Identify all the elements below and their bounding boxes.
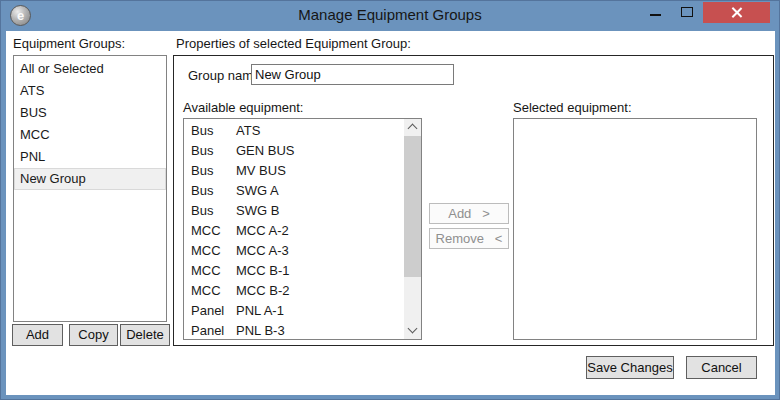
list-item[interactable]: MCC (14, 124, 166, 146)
list-item[interactable]: Panel PNL A-1 (184, 301, 404, 321)
remove-equipment-button[interactable]: Remove < (429, 228, 509, 249)
list-item[interactable]: Bus ATS (184, 121, 404, 141)
selected-equipment-label: Selected equipment: (513, 100, 632, 115)
list-item[interactable]: MCC MCC A-3 (184, 241, 404, 261)
title-bar[interactable]: e Manage Equipment Groups (1, 1, 779, 31)
equipment-name: ATS (236, 121, 404, 141)
minimize-icon (650, 14, 661, 16)
equipment-type: MCC (184, 221, 236, 241)
list-item[interactable]: BUS (14, 102, 166, 124)
available-equipment-rows: Bus ATS Bus GEN BUS Bus MV BUS Bus SWG A… (184, 121, 404, 340)
equipment-name: PNL B-3 (236, 321, 404, 340)
equipment-name: GEN BUS (236, 141, 404, 161)
equipment-type: Bus (184, 161, 236, 181)
dialog-window: e Manage Equipment Groups Equipment Grou… (0, 0, 780, 400)
equipment-name: MCC A-2 (236, 221, 404, 241)
list-item[interactable]: All or Selected (14, 58, 166, 80)
available-equipment-label: Available equipment: (183, 100, 303, 115)
equipment-type: MCC (184, 261, 236, 281)
equipment-type: Panel (184, 301, 236, 321)
equipment-type: MCC (184, 281, 236, 301)
delete-group-button[interactable]: Delete (120, 324, 170, 346)
list-item[interactable]: PNL (14, 146, 166, 168)
list-item[interactable]: MCC MCC B-2 (184, 281, 404, 301)
add-group-button[interactable]: Add (12, 324, 63, 346)
copy-group-button[interactable]: Copy (69, 324, 118, 346)
cancel-button[interactable]: Cancel (686, 356, 757, 379)
window-controls (639, 2, 770, 23)
close-icon (730, 6, 743, 19)
properties-label: Properties of selected Equipment Group: (176, 36, 411, 51)
equipment-name: MCC B-2 (236, 281, 404, 301)
equipment-name: MV BUS (236, 161, 404, 181)
list-item[interactable]: MCC MCC B-1 (184, 261, 404, 281)
equipment-groups-listbox[interactable]: All or Selected ATS BUS MCC PNL New Grou… (13, 55, 167, 322)
equipment-groups-label: Equipment Groups: (13, 36, 125, 51)
scroll-down-button[interactable] (404, 322, 421, 339)
scroll-up-button[interactable] (404, 119, 421, 136)
minimize-button[interactable] (639, 2, 671, 23)
scrollbar-thumb[interactable] (404, 136, 421, 277)
list-item[interactable]: Bus SWG B (184, 201, 404, 221)
equipment-type: Bus (184, 121, 236, 141)
equipment-type: Bus (184, 201, 236, 221)
selected-equipment-listbox[interactable] (513, 118, 757, 340)
list-item[interactable]: Panel PNL B-3 (184, 321, 404, 340)
maximize-icon (681, 7, 693, 17)
list-item[interactable]: ATS (14, 80, 166, 102)
maximize-button[interactable] (671, 2, 703, 23)
available-equipment-listbox[interactable]: Bus ATS Bus GEN BUS Bus MV BUS Bus SWG A… (183, 118, 422, 340)
equipment-name: MCC B-1 (236, 261, 404, 281)
equipment-name: MCC A-3 (236, 241, 404, 261)
equipment-name: SWG A (236, 181, 404, 201)
equipment-type: MCC (184, 241, 236, 261)
chevron-up-icon (408, 124, 418, 134)
chevron-down-icon (408, 324, 418, 334)
list-item[interactable]: MCC MCC A-2 (184, 221, 404, 241)
equipment-name: PNL A-1 (236, 301, 404, 321)
add-equipment-button[interactable]: Add > (429, 203, 509, 224)
equipment-type: Bus (184, 181, 236, 201)
dialog-client-area: Equipment Groups: All or Selected ATS BU… (6, 31, 775, 395)
equipment-name: SWG B (236, 201, 404, 221)
list-item[interactable]: Bus MV BUS (184, 161, 404, 181)
close-button[interactable] (703, 2, 770, 23)
list-item-selected[interactable]: New Group (14, 168, 166, 190)
list-item[interactable]: Bus SWG A (184, 181, 404, 201)
group-name-input[interactable] (251, 64, 454, 85)
vertical-scrollbar[interactable] (404, 119, 421, 339)
equipment-type: Panel (184, 321, 236, 340)
list-item[interactable]: Bus GEN BUS (184, 141, 404, 161)
equipment-type: Bus (184, 141, 236, 161)
save-changes-button[interactable]: Save Changes (586, 356, 674, 379)
